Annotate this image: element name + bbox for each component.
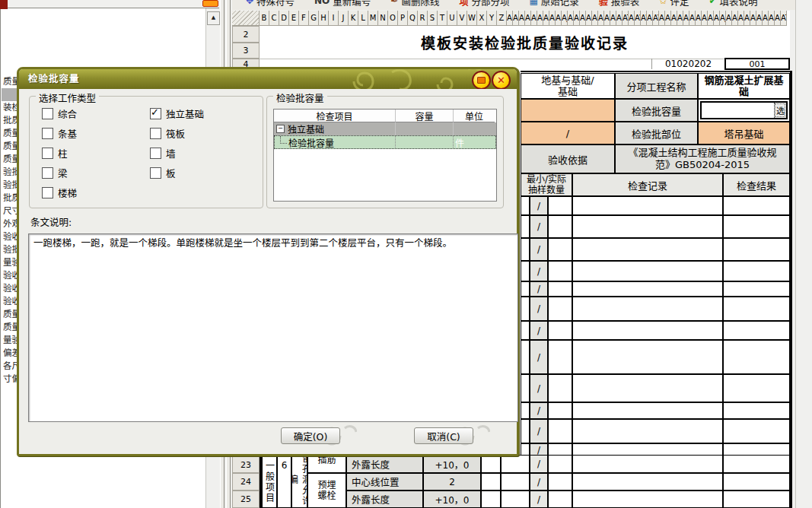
column-header[interactable]: O [388, 11, 398, 26]
sampling-slash-cell[interactable]: / [530, 321, 548, 340]
unit-cell[interactable]: 件 [454, 135, 495, 149]
column-header[interactable]: AG [702, 11, 708, 26]
column-header[interactable]: AS [616, 11, 623, 26]
column-header[interactable]: Q [408, 11, 418, 26]
scroll-up-icon[interactable]: ▲ [207, 11, 220, 25]
row-header[interactable]: 24 [232, 473, 260, 491]
check-result-cell[interactable] [723, 238, 790, 261]
form-code-cell[interactable]: 01020202 [652, 59, 724, 69]
column-header[interactable]: AT [781, 11, 787, 26]
column-header[interactable]: AD [683, 11, 689, 26]
sampling-slash-cell[interactable]: / [530, 281, 548, 297]
check-record-cell[interactable] [572, 491, 723, 508]
column-header[interactable]: F [299, 11, 309, 26]
toolbar-button[interactable]: ✥ 特殊符号 [246, 0, 295, 8]
sampling-slash-cell[interactable]: / [530, 215, 548, 238]
check-result-cell[interactable] [723, 473, 790, 491]
empty-orange-cell[interactable] [521, 99, 615, 122]
checkbox-row[interactable]: 综合 [42, 107, 77, 119]
column-header[interactable]: AJ [562, 11, 568, 26]
column-header[interactable]: X [477, 11, 487, 26]
column-header[interactable]: AU [629, 11, 635, 26]
collapse-icon[interactable]: − [276, 125, 285, 133]
check-record-cell[interactable] [572, 374, 723, 402]
capacity-child-row[interactable]: 检验批容量 件 [274, 135, 496, 149]
column-header[interactable]: N [378, 11, 388, 26]
toolbar-button[interactable]: ✩ 评定 [659, 0, 689, 8]
subitem-value-cell[interactable]: 钢筋混凝土扩展基础 [698, 73, 790, 99]
serial-cell[interactable]: 001 [724, 58, 790, 70]
column-header[interactable]: AI [556, 11, 562, 26]
check-record-cell[interactable] [572, 281, 723, 297]
check-result-cell[interactable] [723, 215, 790, 238]
check-result-cell[interactable] [723, 321, 790, 340]
sampling-slash-cell[interactable]: / [530, 473, 548, 491]
toolbar-button[interactable]: ▦ 原始记录 [529, 0, 578, 8]
sampling-slash-cell[interactable]: / [530, 402, 548, 419]
sheet-corner-cell[interactable] [232, 11, 260, 26]
checkbox-icon[interactable] [42, 167, 53, 179]
column-header[interactable]: J [339, 11, 349, 26]
sampling-slash-cell[interactable]: / [530, 297, 548, 321]
column-header[interactable]: AA [507, 11, 513, 26]
column-header[interactable]: AC [677, 11, 683, 26]
column-header[interactable]: R [418, 11, 428, 26]
toolbar-button[interactable]: ✔ 填表说明 [709, 0, 757, 8]
column-header[interactable]: AB [671, 11, 677, 26]
checkbox-icon[interactable] [42, 128, 53, 139]
column-header[interactable]: Z [497, 11, 507, 26]
checkbox-row[interactable]: 梁 [42, 167, 68, 179]
column-header[interactable]: E [289, 11, 299, 26]
column-header[interactable]: B [260, 11, 269, 26]
column-header[interactable]: AN [586, 11, 592, 26]
column-header[interactable]: S [428, 11, 438, 26]
check-result-cell[interactable] [723, 419, 790, 443]
row-header[interactable]: 25 [232, 491, 260, 508]
column-header[interactable]: K [349, 11, 358, 26]
capacity-value-cell[interactable] [396, 135, 454, 149]
cancel-button[interactable]: 取消(C) [414, 427, 473, 444]
column-header[interactable]: AL [574, 11, 580, 26]
sampling-slash-cell[interactable]: / [530, 419, 548, 443]
ok-button[interactable]: 确定(O) [281, 427, 340, 444]
column-header[interactable]: AP [756, 11, 763, 26]
check-record-cell[interactable] [572, 297, 723, 321]
check-result-cell[interactable] [723, 281, 790, 297]
location-value-cell[interactable]: 塔吊基础 [698, 122, 790, 144]
select-button[interactable]: 选 [774, 103, 786, 118]
sampling-slash-cell[interactable]: / [530, 238, 548, 261]
check-record-cell[interactable] [572, 321, 723, 340]
check-result-cell[interactable] [723, 261, 790, 281]
row-header[interactable]: 3 [232, 43, 260, 59]
column-header[interactable]: AH [549, 11, 556, 26]
sampling-slash-cell[interactable]: / [530, 196, 548, 215]
column-header[interactable]: AV [635, 11, 641, 26]
column-header[interactable]: AQ [604, 11, 610, 26]
checkbox-icon[interactable] [150, 108, 161, 119]
check-result-cell[interactable] [723, 491, 790, 508]
check-record-cell[interactable] [572, 196, 723, 215]
toolbar-button[interactable]: 验 报验表 [599, 0, 640, 8]
checkbox-icon[interactable] [150, 148, 161, 159]
close-button[interactable]: ✕ [492, 71, 511, 89]
dialog-titlebar[interactable]: 检验批容量 ✕ [19, 69, 517, 89]
row-header[interactable]: 2 [232, 26, 260, 43]
checkbox-row[interactable]: 板 [150, 167, 176, 179]
sampling-slash-cell[interactable]: / [530, 491, 548, 508]
column-header[interactable]: AE [689, 11, 696, 26]
column-header[interactable]: AN [744, 11, 750, 26]
column-header[interactable]: I [329, 11, 339, 26]
column-header[interactable]: AB [513, 11, 519, 26]
column-header[interactable]: AO [592, 11, 598, 26]
column-header[interactable]: L [358, 11, 368, 26]
column-header[interactable]: AR [769, 11, 775, 26]
checkbox-row[interactable]: 墙 [150, 147, 176, 159]
column-header[interactable]: AL [732, 11, 738, 26]
column-header[interactable]: AT [623, 11, 629, 26]
column-header[interactable]: AZ [659, 11, 665, 26]
checkbox-icon[interactable] [42, 187, 53, 198]
checkbox-row[interactable]: 条基 [42, 127, 77, 139]
check-result-cell[interactable] [723, 455, 790, 473]
column-header[interactable]: AE [531, 11, 537, 26]
column-header[interactable]: AA [665, 11, 671, 26]
